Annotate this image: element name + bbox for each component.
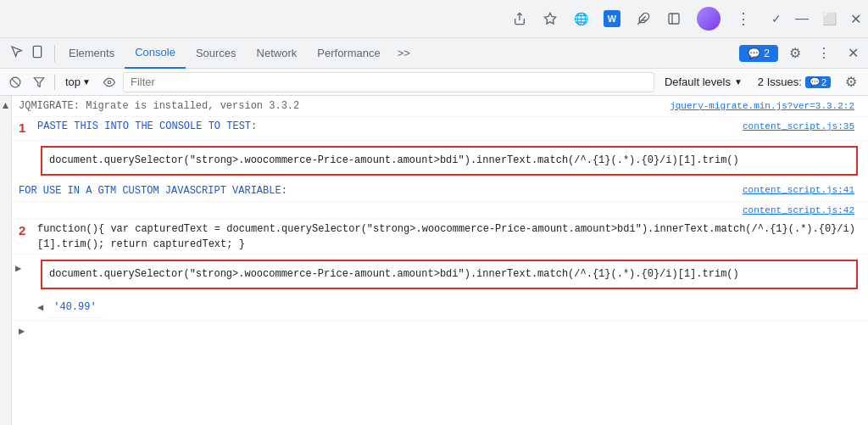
- console-main-area: ▲ JQMIGRATE: Migrate is installed, versi…: [0, 96, 868, 425]
- gtm-label: FOR USE IN A GTM CUSTOM JAVASCRIPT VARIA…: [19, 183, 287, 199]
- extension1-icon[interactable]: 🌐: [573, 11, 588, 26]
- browser-more-icon[interactable]: ⋮: [736, 11, 751, 26]
- issues-badge[interactable]: 2 Issues: 💬 2: [753, 74, 836, 90]
- browser-top-bar: 🌐 W ⋮ ✓ — ⬜ ✕: [0, 0, 868, 38]
- star-icon[interactable]: [542, 11, 558, 26]
- eye-icon[interactable]: [99, 72, 120, 92]
- tab-console[interactable]: Console: [125, 38, 186, 69]
- devtools-more-button[interactable]: ⋮: [812, 42, 836, 65]
- console-row-jqmigrate: JQMIGRATE: Migrate is installed, version…: [12, 96, 868, 117]
- devtools-panel: Elements Console Sources Network Perform…: [0, 38, 868, 425]
- extension2-icon[interactable]: W: [604, 10, 620, 27]
- tab-network[interactable]: Network: [247, 38, 308, 69]
- result-value: '40.99': [47, 297, 103, 318]
- puzzle-icon[interactable]: [636, 11, 651, 26]
- left-gutter: ▲: [0, 96, 12, 425]
- message-count-badge[interactable]: 💬 2: [739, 45, 778, 62]
- tab-performance[interactable]: Performance: [307, 38, 390, 69]
- share-icon[interactable]: [512, 11, 527, 26]
- window-controls: ✓ — ⬜ ✕: [771, 11, 861, 27]
- sidebar-icon[interactable]: [666, 11, 682, 26]
- svg-marker-10: [34, 77, 44, 87]
- code-box-2-container: ▶ document.querySelector("strong>.woocom…: [12, 254, 868, 294]
- toolbar-separator-1: [54, 75, 55, 90]
- device-toggle-icon[interactable]: [29, 43, 46, 63]
- chevron-down-icon: ▼: [82, 77, 91, 87]
- level-chevron-icon: ▼: [734, 77, 743, 87]
- inspect-element-icon[interactable]: [8, 43, 25, 63]
- jqmigrate-source[interactable]: jquery-migrate.min.js?ver=3.3.2:2: [670, 99, 861, 114]
- tab-sources[interactable]: Sources: [186, 38, 247, 69]
- prompt-arrow-icon: ▶: [19, 324, 25, 339]
- svg-rect-4: [669, 14, 679, 24]
- paste-label: PASTE THIS INTO THE CONSOLE TO TEST:: [37, 119, 257, 134]
- maximize-button[interactable]: ⬜: [822, 12, 837, 25]
- close-button[interactable]: ✕: [850, 11, 861, 27]
- gtm-source[interactable]: content_script.js:41: [743, 183, 861, 198]
- row-number-1: 1: [19, 119, 34, 138]
- function-source-row: content_script.js:42: [12, 202, 868, 221]
- svg-marker-1: [544, 13, 555, 24]
- console-settings-button[interactable]: ⚙: [839, 70, 863, 94]
- chat-small-icon: 💬: [810, 77, 820, 87]
- minimize-button[interactable]: —: [795, 11, 809, 26]
- tabs-right-controls: 💬 2 ⚙ ⋮ ✕: [739, 42, 865, 65]
- filter-input[interactable]: [123, 72, 654, 92]
- devtools-close-button[interactable]: ✕: [841, 42, 865, 65]
- console-row-1-header: 1 PASTE THIS INTO THE CONSOLE TO TEST: c…: [12, 117, 868, 141]
- console-output: JQMIGRATE: Migrate is installed, version…: [12, 96, 868, 425]
- code-box-2[interactable]: document.querySelector("strong>.woocomme…: [41, 260, 858, 289]
- scroll-up-arrow[interactable]: ▲: [1, 96, 11, 115]
- code-box-1-container: document.querySelector("strong>.woocomme…: [12, 141, 868, 181]
- console-row-2: 2 function(){ var capturedText = documen…: [12, 220, 868, 254]
- row-number-2: 2: [19, 221, 34, 241]
- svg-point-11: [108, 81, 111, 84]
- level-selector[interactable]: Default levels ▼: [658, 74, 749, 90]
- console-toolbar: top ▼ Default levels ▼ 2 Issues: 💬 2 ⚙: [0, 69, 868, 96]
- clear-console-button[interactable]: [5, 72, 25, 92]
- profile-avatar[interactable]: [697, 7, 721, 31]
- devtools-left-icons: [3, 43, 51, 63]
- tab-elements[interactable]: Elements: [58, 38, 125, 69]
- arrow-right-icon: ▶: [15, 256, 31, 277]
- issues-count-badge: 💬 2: [805, 76, 831, 88]
- tab-separator: [54, 45, 55, 62]
- code-box-1[interactable]: document.querySelector("strong>.woocomme…: [41, 146, 858, 176]
- svg-line-9: [12, 78, 19, 85]
- jqmigrate-text: JQMIGRATE: Migrate is installed, version…: [19, 98, 299, 114]
- more-tabs-button[interactable]: >>: [391, 38, 417, 69]
- devtools-settings-button[interactable]: ⚙: [783, 42, 807, 65]
- paste-source[interactable]: content_script.js:35: [743, 120, 861, 134]
- devtools-tabs-bar: Elements Console Sources Network Perform…: [0, 38, 868, 69]
- function-code: function(){ var capturedText = document.…: [37, 221, 861, 252]
- check-icon: ✓: [771, 12, 782, 25]
- final-prompt-row: ▶: [12, 322, 868, 342]
- chat-icon: 💬: [748, 48, 760, 59]
- gtm-label-row: FOR USE IN A GTM CUSTOM JAVASCRIPT VARIA…: [12, 181, 868, 202]
- arrow-left-icon: ◀: [37, 300, 43, 316]
- context-selector[interactable]: top ▼: [60, 74, 96, 90]
- browser-toolbar-icons: 🌐 W ⋮: [497, 7, 751, 31]
- paste-label-row: PASTE THIS INTO THE CONSOLE TO TEST: con…: [37, 119, 861, 134]
- result-row: ◀ '40.99': [12, 294, 868, 322]
- function-source[interactable]: content_script.js:42: [743, 204, 861, 218]
- filter-toggle-button[interactable]: [29, 72, 49, 92]
